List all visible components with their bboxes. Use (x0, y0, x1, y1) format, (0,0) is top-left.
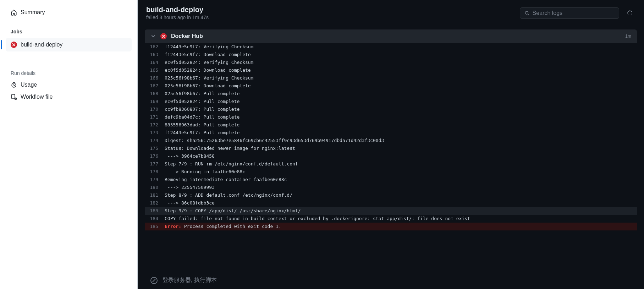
sidebar-usage-link[interactable]: Usage (6, 79, 132, 91)
log-text: ---> 225547509993 (165, 184, 215, 191)
sidebar-jobs-heading: Jobs (6, 29, 132, 38)
line-number: 176 (145, 152, 165, 160)
log-text: f12443e5c9f7: Pull complete (165, 129, 240, 137)
sidebar-workflow-file-label: Workflow file (21, 94, 53, 100)
log-text: 025c56f98b67: Pull complete (165, 90, 240, 98)
line-number: 172 (145, 121, 165, 129)
sidebar-job-label: build-and-deploy (21, 42, 62, 48)
line-number: 177 (145, 160, 165, 168)
search-logs-wrap[interactable] (520, 7, 619, 19)
log-line: 162f12443e5c9f7: Verifying Checksum (145, 43, 637, 51)
refresh-icon (627, 10, 633, 16)
log-line: 171defc9ba04d7c: Pull complete (145, 113, 637, 121)
log-line: 168025c56f98b67: Pull complete (145, 90, 637, 98)
step-closed-title: 登录服务器, 执行脚本 (163, 277, 217, 284)
log-line: 163f12443e5c9f7: Download complete (145, 51, 637, 59)
log-text: ---> Running in faafbe60e88c (165, 168, 245, 176)
line-number: 180 (145, 184, 165, 191)
fail-icon (160, 33, 167, 39)
step-title: Docker Hub (171, 33, 621, 39)
log-text: 885556963dad: Pull complete (165, 121, 240, 129)
page-title: build-and-deploy (146, 6, 209, 14)
line-number: 184 (145, 215, 165, 223)
log-text: 025c56f98b67: Download complete (165, 82, 251, 90)
home-icon (11, 9, 17, 16)
log-output[interactable]: 162f12443e5c9f7: Verifying Checksum163f1… (145, 43, 637, 270)
log-line: 166025c56f98b67: Verifying Checksum (145, 74, 637, 82)
stopwatch-icon (11, 82, 17, 88)
line-number: 162 (145, 43, 165, 51)
log-line: 169ec0f5d052824: Pull complete (145, 98, 637, 105)
page-subtitle: failed 3 hours ago in 1m 47s (146, 15, 209, 20)
svg-rect-1 (12, 94, 15, 99)
log-line: 176 ---> 3964ce7b8458 (145, 152, 637, 160)
log-text: ---> 3964ce7b8458 (165, 152, 215, 160)
line-number: 185 (145, 223, 165, 230)
log-line: 174Digest: sha256:75263be7e5846fc69cb6c4… (145, 137, 637, 144)
log-text: Step 9/9 : COPY /app/dist/ /usr/share/ng… (165, 207, 301, 215)
svg-point-3 (525, 11, 528, 14)
log-line: 167025c56f98b67: Download complete (145, 82, 637, 90)
log-text: COPY failed: file not found in build con… (165, 215, 470, 223)
sidebar-summary-link[interactable]: Summary (6, 6, 132, 19)
workflow-file-icon (11, 94, 17, 100)
log-text: cc9fb8360807: Pull complete (165, 105, 240, 113)
sidebar-workflow-file-link[interactable]: Workflow file (6, 91, 132, 103)
log-line: 165ec0f5d052824: Download complete (145, 66, 637, 74)
log-line: 181Step 8/9 : ADD default.conf /etc/ngin… (145, 191, 637, 199)
step-duration: 1m (625, 34, 631, 39)
skipped-icon (150, 277, 158, 284)
log-text: Step 7/9 : RUN rm /etc/nginx/conf.d/defa… (165, 160, 298, 168)
log-text: Status: Downloaded newer image for nginx… (165, 144, 295, 152)
line-number: 178 (145, 168, 165, 176)
log-text: Error: Process completed with exit code … (165, 223, 281, 230)
line-number: 182 (145, 199, 165, 207)
log-text: f12443e5c9f7: Verifying Checksum (165, 43, 253, 51)
sidebar-job-build-and-deploy[interactable]: build-and-deploy (6, 38, 132, 51)
sidebar-summary-label: Summary (21, 9, 45, 16)
log-line: 175Status: Downloaded newer image for ng… (145, 144, 637, 152)
log-text: ec0f5d052824: Verifying Checksum (165, 59, 253, 66)
log-text: f12443e5c9f7: Download complete (165, 51, 251, 59)
line-number: 175 (145, 144, 165, 152)
main-panel: build-and-deploy failed 3 hours ago in 1… (138, 0, 644, 289)
log-text: defc9ba04d7c: Pull complete (165, 113, 240, 121)
line-number: 163 (145, 51, 165, 59)
log-line: 173f12443e5c9f7: Pull complete (145, 129, 637, 137)
divider (6, 23, 132, 23)
line-number: 173 (145, 129, 165, 137)
log-line: 183Step 9/9 : COPY /app/dist/ /usr/share… (145, 207, 637, 215)
line-number: 183 (145, 207, 165, 215)
step-header-docker-hub[interactable]: Docker Hub 1m (145, 29, 637, 43)
line-number: 169 (145, 98, 165, 105)
log-line: 180 ---> 225547509993 (145, 184, 637, 191)
fail-icon (11, 42, 17, 48)
log-line: 172885556963dad: Pull complete (145, 121, 637, 129)
sidebar: Summary Jobs build-and-deploy Run detail… (0, 0, 138, 289)
line-number: 171 (145, 113, 165, 121)
sidebar-usage-label: Usage (21, 82, 37, 88)
line-number: 181 (145, 191, 165, 199)
refresh-logs-button[interactable] (624, 7, 635, 19)
sidebar-run-details-heading: Run details (6, 64, 132, 79)
log-text: ec0f5d052824: Pull complete (165, 98, 240, 105)
line-number: 174 (145, 137, 165, 144)
line-number: 165 (145, 66, 165, 74)
main-header: build-and-deploy failed 3 hours ago in 1… (138, 0, 644, 26)
search-logs-input[interactable] (533, 10, 615, 16)
log-line: 178 ---> Running in faafbe60e88c (145, 168, 637, 176)
log-line: 184COPY failed: file not found in build … (145, 215, 637, 223)
log-line: 164ec0f5d052824: Verifying Checksum (145, 59, 637, 66)
line-number: 170 (145, 105, 165, 113)
step-header-login-server[interactable]: 登录服务器, 执行脚本 (145, 272, 637, 289)
log-text: Step 8/9 : ADD default.conf /etc/nginx/c… (165, 191, 292, 199)
line-number: 168 (145, 90, 165, 98)
log-line: 185Error: Process completed with exit co… (145, 223, 637, 230)
line-number: 167 (145, 82, 165, 90)
divider (6, 58, 132, 58)
log-text: ---> 86c08fdbb3ce (165, 199, 215, 207)
chevron-down-icon (150, 33, 156, 39)
search-icon (524, 10, 530, 16)
line-number: 164 (145, 59, 165, 66)
log-line: 179Removing intermediate container faafb… (145, 176, 637, 184)
